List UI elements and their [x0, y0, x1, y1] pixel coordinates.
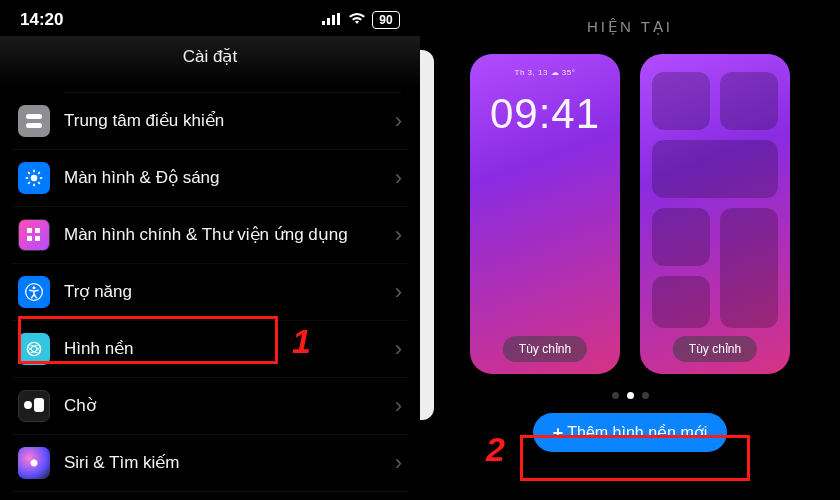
chevron-right-icon: ›	[395, 222, 402, 248]
home-preview-widgets	[652, 72, 778, 356]
page-dots	[420, 374, 840, 407]
plus-icon: +	[553, 424, 564, 442]
lock-preview-time: 09:41	[470, 90, 620, 138]
chevron-right-icon: ›	[395, 279, 402, 305]
dot	[612, 392, 619, 399]
svg-point-14	[33, 286, 36, 289]
row-wallpaper[interactable]: Hình nền ›	[12, 321, 408, 378]
lock-screen-preview[interactable]: Th 3, 13 ☁ 35° 09:41 Tùy chỉnh	[470, 54, 620, 374]
signal-icon	[322, 12, 342, 28]
wallpaper-icon	[18, 333, 50, 365]
battery-icon: 90	[372, 11, 400, 29]
row-control-center[interactable]: Trung tâm điều khiển ›	[12, 93, 408, 150]
row-label: Màn hình & Độ sáng	[64, 167, 381, 188]
row-standby[interactable]: Chờ ›	[12, 378, 408, 435]
chevron-right-icon: ›	[395, 336, 402, 362]
adjacent-wallpaper-peek[interactable]	[420, 50, 434, 420]
settings-list: Trung tâm điều khiển › Màn hình & Độ sán…	[0, 87, 420, 500]
add-wallpaper-label: Thêm hình nền mới	[567, 423, 707, 442]
customize-lock-button[interactable]: Tùy chỉnh	[503, 336, 587, 362]
customize-home-button[interactable]: Tùy chỉnh	[673, 336, 757, 362]
row-display[interactable]: Màn hình & Độ sáng ›	[12, 150, 408, 207]
chevron-right-icon: ›	[395, 108, 402, 134]
status-time: 14:20	[20, 10, 63, 30]
wallpaper-preview-pair: Th 3, 13 ☁ 35° 09:41 Tùy chỉnh Tùy chỉnh	[420, 46, 840, 374]
row-label: Hình nền	[64, 338, 381, 359]
row-accessibility[interactable]: Trợ năng ›	[12, 264, 408, 321]
control-center-icon	[18, 105, 50, 137]
svg-line-11	[28, 182, 30, 184]
row-home-screen[interactable]: Màn hình chính & Thư viện ứng dụng ›	[12, 207, 408, 264]
svg-rect-1	[327, 18, 330, 25]
svg-point-4	[31, 175, 38, 182]
siri-icon	[18, 447, 50, 479]
chevron-right-icon: ›	[395, 165, 402, 191]
row-label: Trung tâm điều khiển	[64, 110, 381, 131]
current-header: HIỆN TẠI	[420, 0, 840, 46]
home-screen-preview[interactable]: Tùy chỉnh	[640, 54, 790, 374]
settings-title: Cài đặt	[0, 36, 420, 87]
svg-line-10	[38, 182, 40, 184]
status-bar: 14:20 90	[0, 0, 420, 36]
row-label: Chờ	[64, 395, 381, 416]
svg-rect-2	[332, 15, 335, 25]
standby-icon	[18, 390, 50, 422]
svg-rect-3	[337, 13, 340, 25]
svg-line-12	[38, 172, 40, 174]
dot-active	[627, 392, 634, 399]
lock-preview-date: Th 3, 13 ☁ 35°	[470, 68, 620, 77]
chevron-right-icon: ›	[395, 393, 402, 419]
dot	[642, 392, 649, 399]
row-siri[interactable]: Siri & Tìm kiếm ›	[12, 435, 408, 492]
annotation-step-2: 2	[486, 430, 505, 469]
chevron-right-icon: ›	[395, 450, 402, 476]
row-label: Màn hình chính & Thư viện ứng dụng	[64, 224, 381, 245]
settings-screen: 14:20 90 Cài đặt Trung tâm điều khiển › …	[0, 0, 420, 500]
row-label: Siri & Tìm kiếm	[64, 452, 381, 473]
row-faceid[interactable]: Face ID & Mật mã ›	[12, 492, 408, 500]
svg-line-9	[28, 172, 30, 174]
display-brightness-icon	[18, 162, 50, 194]
row-label: Trợ năng	[64, 281, 381, 302]
status-right: 90	[322, 10, 400, 30]
home-screen-icon	[18, 219, 50, 251]
accessibility-icon	[18, 276, 50, 308]
add-wallpaper-button[interactable]: + Thêm hình nền mới	[533, 413, 728, 452]
svg-rect-0	[322, 21, 325, 25]
wifi-icon	[348, 10, 366, 30]
wallpaper-screen: HIỆN TẠI Th 3, 13 ☁ 35° 09:41 Tùy chỉnh …	[420, 0, 840, 500]
